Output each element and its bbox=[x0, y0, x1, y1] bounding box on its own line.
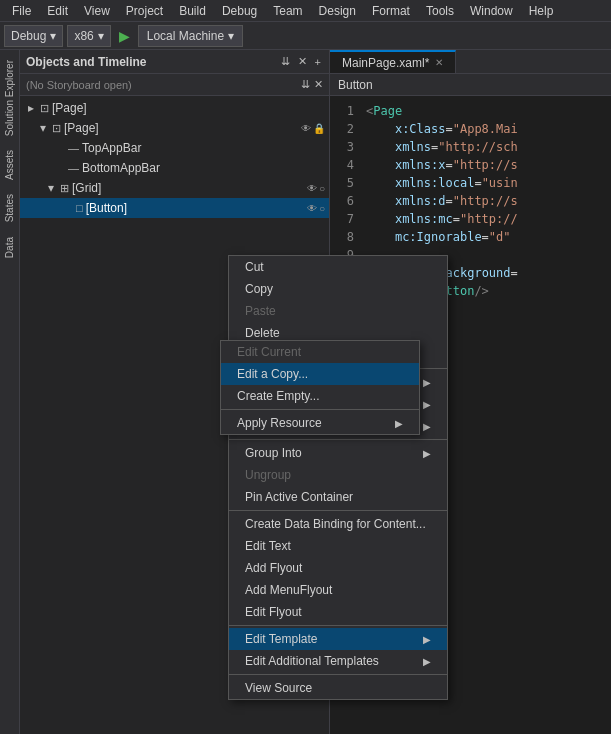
debug-arrow: ▾ bbox=[50, 29, 56, 43]
tree-topappbar[interactable]: — TopAppBar bbox=[20, 138, 329, 158]
ctx-align-arrow: ▶ bbox=[423, 399, 431, 410]
ctx-edit-flyout[interactable]: Edit Flyout bbox=[229, 601, 447, 623]
panel-header: Objects and Timeline ⇊ ✕ + bbox=[20, 50, 329, 74]
button-visibility-icon[interactable]: 👁 bbox=[307, 203, 317, 214]
breadcrumb-item[interactable]: Button bbox=[338, 78, 373, 92]
submenu: Edit Current Edit a Copy... Create Empty… bbox=[220, 340, 420, 435]
ctx-copy[interactable]: Copy bbox=[229, 278, 447, 300]
ctx-add-menuflyout[interactable]: Add MenuFlyout bbox=[229, 579, 447, 601]
menu-tools[interactable]: Tools bbox=[418, 2, 462, 20]
ctx-pin-active[interactable]: Pin Active Container bbox=[229, 486, 447, 508]
platform-label: x86 bbox=[74, 29, 93, 43]
sidebar-data[interactable]: Data bbox=[2, 231, 17, 264]
ctx-sep-4 bbox=[229, 625, 447, 626]
code-line-8: 8 mc:Ignorable="d" bbox=[330, 228, 611, 246]
storyboard-icons: ⇊ ✕ bbox=[301, 78, 323, 91]
expand-icon-page: ▾ bbox=[40, 121, 52, 135]
menu-file[interactable]: File bbox=[4, 2, 39, 20]
menu-help[interactable]: Help bbox=[521, 2, 562, 20]
menu-format[interactable]: Format bbox=[364, 2, 418, 20]
tab-mainpage[interactable]: MainPage.xaml* ✕ bbox=[330, 50, 456, 73]
apply-resource-arrow: ▶ bbox=[395, 418, 403, 429]
grid-icon: ⊞ bbox=[60, 182, 69, 195]
visibility-icon[interactable]: 👁 bbox=[301, 123, 311, 134]
grid-visibility-icon[interactable]: 👁 bbox=[307, 183, 317, 194]
tab-bar: MainPage.xaml* ✕ bbox=[330, 50, 611, 74]
lock-icon[interactable]: 🔒 bbox=[313, 123, 325, 134]
sidebar-assets[interactable]: Assets bbox=[2, 144, 17, 186]
toolbar: Debug ▾ x86 ▾ ▶ Local Machine ▾ bbox=[0, 22, 611, 50]
tree-bottomappbar[interactable]: — BottomAppBar bbox=[20, 158, 329, 178]
sub-edit-copy[interactable]: Edit a Copy... bbox=[221, 363, 419, 385]
tree-page-label: [Page] bbox=[64, 121, 301, 135]
code-line-7: 7 xmlns:mc="http:// bbox=[330, 210, 611, 228]
submenu-sep bbox=[221, 409, 419, 410]
local-machine-dropdown[interactable]: Local Machine ▾ bbox=[138, 25, 243, 47]
breadcrumb-bar: Button bbox=[330, 74, 611, 96]
code-line-6: 6 xmlns:d="http://s bbox=[330, 192, 611, 210]
sub-create-empty[interactable]: Create Empty... bbox=[221, 385, 419, 407]
platform-dropdown[interactable]: x86 ▾ bbox=[67, 25, 110, 47]
tree-root-page[interactable]: ▸ ⊡ [Page] bbox=[20, 98, 329, 118]
context-menu: Cut Copy Paste Delete Rename Order ▶ Ali… bbox=[228, 255, 448, 700]
button-icon: □ bbox=[76, 202, 83, 214]
storyboard-bar: (No Storyboard open) ⇊ ✕ bbox=[20, 74, 329, 96]
local-machine-label: Local Machine bbox=[147, 29, 224, 43]
play-button[interactable]: ▶ bbox=[115, 28, 134, 44]
debug-dropdown[interactable]: Debug ▾ bbox=[4, 25, 63, 47]
ctx-group-into-arrow: ▶ bbox=[423, 448, 431, 459]
ctx-create-data-binding[interactable]: Create Data Binding for Content... bbox=[229, 513, 447, 535]
page-icon: ⊡ bbox=[40, 102, 49, 115]
tree-page-expanded[interactable]: ▾ ⊡ [Page] 👁 🔒 bbox=[20, 118, 329, 138]
tree-button[interactable]: □ [Button] 👁 ○ bbox=[20, 198, 329, 218]
sidebar-solution-explorer[interactable]: Solution Explorer bbox=[2, 54, 17, 142]
menu-bar: File Edit View Project Build Debug Team … bbox=[0, 0, 611, 22]
storyboard-icon-1: ⇊ bbox=[301, 78, 310, 91]
add-icon[interactable]: + bbox=[313, 55, 323, 69]
menu-edit[interactable]: Edit bbox=[39, 2, 76, 20]
menu-window[interactable]: Window bbox=[462, 2, 521, 20]
tree-topappbar-label: TopAppBar bbox=[82, 141, 325, 155]
ctx-edit-template-arrow: ▶ bbox=[423, 634, 431, 645]
button-lock-icon[interactable]: ○ bbox=[319, 203, 325, 214]
tree-bottomappbar-label: BottomAppBar bbox=[82, 161, 325, 175]
sidebar-icons: Solution Explorer Assets States Data bbox=[0, 50, 20, 734]
menu-build[interactable]: Build bbox=[171, 2, 214, 20]
expand-icon: ▸ bbox=[28, 101, 40, 115]
ctx-edit-additional-templates[interactable]: Edit Additional Templates ▶ bbox=[229, 650, 447, 672]
sub-edit-current: Edit Current bbox=[221, 341, 419, 363]
collapse-all-icon[interactable]: ⇊ bbox=[279, 54, 292, 69]
sidebar-states[interactable]: States bbox=[2, 188, 17, 228]
ctx-ungroup: Ungroup bbox=[229, 464, 447, 486]
ctx-edit-additional-templates-arrow: ▶ bbox=[423, 656, 431, 667]
menu-view[interactable]: View bbox=[76, 2, 118, 20]
ctx-group-into[interactable]: Group Into ▶ bbox=[229, 442, 447, 464]
expand-icon-grid: ▾ bbox=[48, 181, 60, 195]
debug-label: Debug bbox=[11, 29, 46, 43]
code-line-1: 1 <Page bbox=[330, 102, 611, 120]
panel-header-icons: ⇊ ✕ + bbox=[279, 54, 323, 69]
tree-button-actions: 👁 ○ bbox=[307, 203, 325, 214]
tree-item-label: [Page] bbox=[52, 101, 325, 115]
local-machine-arrow: ▾ bbox=[228, 29, 234, 43]
tab-close-button[interactable]: ✕ bbox=[435, 57, 443, 68]
tree-button-label: [Button] bbox=[86, 201, 307, 215]
menu-project[interactable]: Project bbox=[118, 2, 171, 20]
menu-team[interactable]: Team bbox=[265, 2, 310, 20]
tree-grid-actions: 👁 ○ bbox=[307, 183, 325, 194]
tree-grid[interactable]: ▾ ⊞ [Grid] 👁 ○ bbox=[20, 178, 329, 198]
close-icon[interactable]: ✕ bbox=[296, 54, 309, 69]
grid-lock-icon[interactable]: ○ bbox=[319, 183, 325, 194]
ctx-view-source[interactable]: View Source bbox=[229, 677, 447, 699]
ctx-edit-template[interactable]: Edit Template ▶ bbox=[229, 628, 447, 650]
tab-label: MainPage.xaml* bbox=[342, 56, 429, 70]
menu-design[interactable]: Design bbox=[311, 2, 364, 20]
ctx-sep-3 bbox=[229, 510, 447, 511]
sub-apply-resource[interactable]: Apply Resource ▶ bbox=[221, 412, 419, 434]
ctx-add-flyout[interactable]: Add Flyout bbox=[229, 557, 447, 579]
code-line-5: 5 xmlns:local="usin bbox=[330, 174, 611, 192]
ctx-cut[interactable]: Cut bbox=[229, 256, 447, 278]
panel-title: Objects and Timeline bbox=[26, 55, 146, 69]
ctx-edit-text[interactable]: Edit Text bbox=[229, 535, 447, 557]
menu-debug[interactable]: Debug bbox=[214, 2, 265, 20]
